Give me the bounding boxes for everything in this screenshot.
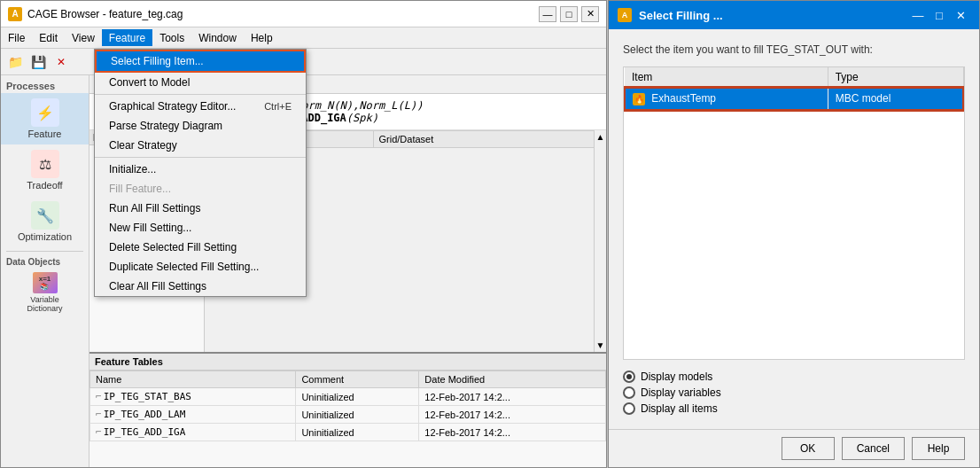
menu-tools[interactable]: Tools <box>152 29 191 46</box>
col-name: Name <box>90 371 296 388</box>
ft-name-cell: ⌐IP_TEG_ADD_LAM <box>90 406 296 424</box>
menu-edit[interactable]: Edit <box>32 29 65 46</box>
sidebar-tradeoff-label: Tradeoff <box>27 180 62 191</box>
radio-all-items-input[interactable] <box>623 402 635 415</box>
radio-display-all-items[interactable]: Display all items <box>623 402 965 415</box>
ok-button[interactable]: OK <box>782 437 835 460</box>
menu-window[interactable]: Window <box>191 29 244 46</box>
scroll-up-btn[interactable]: ▲ <box>595 130 606 144</box>
ft-name-cell: ⌐IP_TEG_ADD_IGA <box>90 424 296 441</box>
ft-comment-cell: Uninitialized <box>296 424 419 441</box>
variable-dictionary-label: VariableDictionary <box>27 295 62 313</box>
processes-label: Processes <box>1 79 89 93</box>
menu-clear-all-fill-settings[interactable]: Clear All Fill Settings <box>95 277 306 296</box>
menu-run-all-fill-settings[interactable]: Run All Fill Settings <box>95 199 306 218</box>
sidebar-item-optimization[interactable]: 🔧 Optimization <box>1 196 89 247</box>
radio-models-input[interactable] <box>623 370 635 383</box>
dialog-minimize-button[interactable]: — <box>908 6 928 24</box>
dialog-title-controls: — □ ✕ <box>908 6 970 24</box>
run-all-fill-label: Run All Fill Settings <box>109 202 200 214</box>
ft-date-cell: 12-Feb-2017 14:2... <box>419 406 606 424</box>
menu-new-fill-setting[interactable]: New Fill Setting... <box>95 218 306 238</box>
help-button[interactable]: Help <box>912 437 965 460</box>
duplicate-fill-label: Duplicate Selected Fill Setting... <box>109 261 259 273</box>
close-button[interactable]: ✕ <box>581 6 599 22</box>
radio-variables-input[interactable] <box>623 386 635 399</box>
exhaust-temp-icon: 🔥 <box>633 93 645 105</box>
app-icon: A <box>8 7 22 21</box>
menu-fill-feature: Fill Feature... <box>95 179 306 199</box>
menu-initialize[interactable]: Initialize... <box>95 160 306 179</box>
dialog-instruction: Select the item you want to fill TEG_STA… <box>623 43 965 56</box>
radio-display-models[interactable]: Display models <box>623 370 965 383</box>
sidebar-item-feature[interactable]: ⚡ Feature <box>1 93 89 144</box>
sidebar-optimization-label: Optimization <box>18 231 72 242</box>
variable-dictionary-icon: x=1📚 <box>33 272 58 293</box>
table-row[interactable]: ⌐IP_TEG_ADD_IGA Uninitialized 12-Feb-201… <box>90 424 606 441</box>
dropdown-sep-2 <box>95 157 306 158</box>
maximize-button[interactable]: □ <box>560 6 578 22</box>
col-item: Item <box>625 67 828 88</box>
optimization-icon: 🔧 <box>31 201 59 230</box>
convert-to-model-label: Convert to Model <box>109 76 190 89</box>
scroll-down-btn[interactable]: ▼ <box>595 339 606 352</box>
feature-tables-header: Feature Tables <box>89 354 606 370</box>
ft-date-cell: 12-Feb-2017 14:2... <box>419 424 606 441</box>
title-bar: A CAGE Browser - feature_teg.cag — □ ✕ <box>1 1 606 27</box>
menu-convert-to-model[interactable]: Convert to Model <box>95 73 306 92</box>
table-row-exhaust-temp[interactable]: 🔥 ExhaustTemp MBC model <box>625 88 963 110</box>
new-button[interactable]: 📁 <box>4 51 26 73</box>
radio-variables-label: Display variables <box>641 386 721 399</box>
feature-tables-area: Feature Tables Name Comment Date Modifie… <box>89 352 606 467</box>
menu-file[interactable]: File <box>1 29 32 46</box>
dialog-body: Select the item you want to fill TEG_STA… <box>609 29 979 429</box>
item-cell: 🔥 ExhaustTemp <box>625 88 828 110</box>
col-type: Type <box>828 67 963 88</box>
menu-parse-strategy-diagram[interactable]: Parse Strategy Diagram <box>95 116 306 136</box>
sidebar-divider <box>6 251 83 252</box>
menu-select-filling-item[interactable]: Select Filling Item... <box>95 50 306 73</box>
ft-name-cell: ⌐IP_TEG_STAT_BAS <box>90 388 296 406</box>
window-controls: — □ ✕ <box>539 6 599 22</box>
select-filling-dialog: A Select Filling ... — □ ✕ Select the it… <box>608 0 980 468</box>
dialog-maximize-button[interactable]: □ <box>929 6 949 24</box>
menu-view[interactable]: View <box>65 29 102 46</box>
filling-items-table: Item Type 🔥 ExhaustTemp MBC model <box>624 67 964 111</box>
table-row[interactable]: ⌐IP_TEG_ADD_LAM Uninitialized 12-Feb-201… <box>90 406 606 424</box>
clear-strategy-label: Clear Strategy <box>109 139 177 152</box>
window-title: CAGE Browser - feature_teg.cag <box>27 8 533 20</box>
menu-feature[interactable]: Feature <box>102 29 152 46</box>
menu-graphical-strategy-editor[interactable]: Graphical Strategy Editor... Ctrl+E <box>95 97 306 116</box>
feature-table: Name Comment Date Modified ⌐IP_TEG_STAT_… <box>89 370 606 441</box>
type-cell: MBC model <box>828 88 963 110</box>
close-file-button[interactable]: ✕ <box>51 51 72 73</box>
menu-delete-selected-fill[interactable]: Delete Selected Fill Setting <box>95 238 306 257</box>
graphical-strategy-shortcut: Ctrl+E <box>264 101 292 112</box>
radio-display-variables[interactable]: Display variables <box>623 386 965 399</box>
save-button[interactable]: 💾 <box>27 51 49 73</box>
initialize-label: Initialize... <box>109 163 156 176</box>
feature-dropdown-menu: Select Filling Item... Convert to Model … <box>94 49 307 297</box>
select-filling-label: Select Filling Item... <box>111 55 204 67</box>
sidebar-item-tradeoff[interactable]: ⚖ Tradeoff <box>1 144 89 196</box>
menu-help[interactable]: Help <box>244 29 280 46</box>
delete-fill-label: Delete Selected Fill Setting <box>109 241 237 254</box>
sidebar-item-variable-dictionary[interactable]: x=1📚 VariableDictionary <box>1 269 89 316</box>
dialog-title-bar: A Select Filling ... — □ ✕ <box>609 1 979 29</box>
col-date-modified: Date Modified <box>419 371 606 388</box>
dropdown-sep-1 <box>95 94 306 95</box>
item-name: ExhaustTemp <box>651 92 716 105</box>
menu-duplicate-fill-setting[interactable]: Duplicate Selected Fill Setting... <box>95 257 306 277</box>
cage-browser-window: A CAGE Browser - feature_teg.cag — □ ✕ F… <box>0 0 607 468</box>
dialog-app-icon: A <box>618 8 632 22</box>
dialog-close-button[interactable]: ✕ <box>951 6 970 24</box>
minimize-button[interactable]: — <box>539 6 556 22</box>
table-row[interactable]: ⌐IP_TEG_STAT_BAS Uninitialized 12-Feb-20… <box>90 388 606 406</box>
radio-all-items-label: Display all items <box>641 402 718 415</box>
menu-clear-strategy[interactable]: Clear Strategy <box>95 136 306 155</box>
data-objects-label: Data Objects <box>1 255 89 269</box>
cancel-button[interactable]: Cancel <box>842 437 905 460</box>
dialog-footer: OK Cancel Help <box>609 429 979 467</box>
ft-date-cell: 12-Feb-2017 14:2... <box>419 388 606 406</box>
parse-strategy-label: Parse Strategy Diagram <box>109 120 222 132</box>
